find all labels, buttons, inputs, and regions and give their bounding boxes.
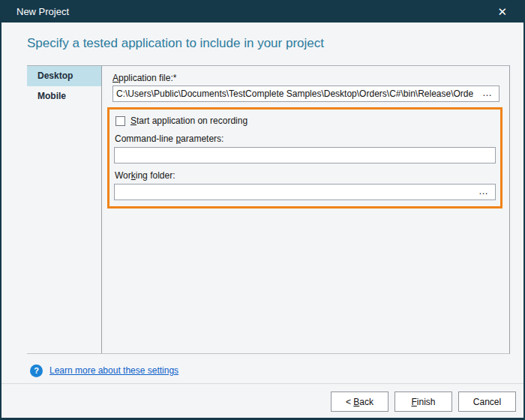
label-pre: Cancel: [473, 397, 501, 407]
tab-control: Desktop Mobile Application file:* … Star…: [27, 65, 510, 354]
page-title: Specify a tested application to include …: [27, 36, 508, 51]
back-button[interactable]: < Back: [331, 392, 388, 412]
browse-ellipsis-icon[interactable]: …: [472, 185, 495, 200]
label-post: ing folder:: [136, 170, 176, 181]
label-pre: Wor: [115, 170, 131, 181]
command-line-label: Command-line parameters:: [115, 134, 496, 144]
command-line-input-wrap: [114, 147, 496, 164]
button-row: < Back Finish Cancel: [2, 384, 524, 412]
working-folder-label: Working folder:: [115, 170, 496, 181]
label-post: pplication file:*: [118, 73, 176, 83]
start-recording-label[interactable]: Start application on recording: [130, 116, 248, 126]
window-title: New Project: [16, 6, 494, 17]
help-row: ? Learn more about these settings: [30, 362, 524, 380]
working-folder-input[interactable]: [115, 184, 472, 200]
help-icon[interactable]: ?: [30, 364, 43, 377]
label-accesskey: A: [112, 73, 118, 83]
browse-ellipsis-icon[interactable]: …: [476, 87, 499, 101]
finish-button[interactable]: Finish: [394, 392, 452, 412]
tab-strip: Desktop Mobile: [27, 66, 101, 353]
command-line-input[interactable]: [115, 148, 495, 163]
label-post: inish: [417, 397, 436, 407]
label-pre: Command-line: [115, 134, 176, 144]
tab-desktop[interactable]: Desktop: [27, 66, 101, 86]
application-file-label: Application file:*: [112, 73, 500, 83]
label-post: ack: [359, 397, 374, 407]
cancel-button[interactable]: Cancel: [458, 392, 516, 412]
tab-mobile[interactable]: Mobile: [27, 86, 101, 106]
dialog-body: Specify a tested application to include …: [2, 22, 524, 418]
label-post: arameters:: [181, 134, 224, 144]
learn-more-link[interactable]: Learn more about these settings: [50, 365, 178, 376]
start-recording-checkbox[interactable]: [116, 116, 125, 126]
tab-panel-desktop: Application file:* … Start application o…: [101, 66, 509, 353]
label-post: tart application on recording: [136, 116, 248, 126]
titlebar[interactable]: New Project ✕: [0, 0, 525, 22]
start-recording-row: Start application on recording: [116, 115, 496, 127]
working-folder-input-wrap: …: [114, 184, 496, 200]
application-file-input[interactable]: [113, 86, 476, 101]
application-file-input-wrap: …: [112, 86, 500, 102]
new-project-dialog: New Project ✕ Specify a tested applicati…: [0, 0, 525, 420]
label-pre: <: [346, 397, 353, 407]
highlighted-settings-box: Start application on recording Command-l…: [107, 107, 502, 208]
close-icon[interactable]: ✕: [494, 4, 510, 19]
label-accesskey: S: [130, 116, 136, 126]
label-accesskey: F: [411, 397, 416, 407]
